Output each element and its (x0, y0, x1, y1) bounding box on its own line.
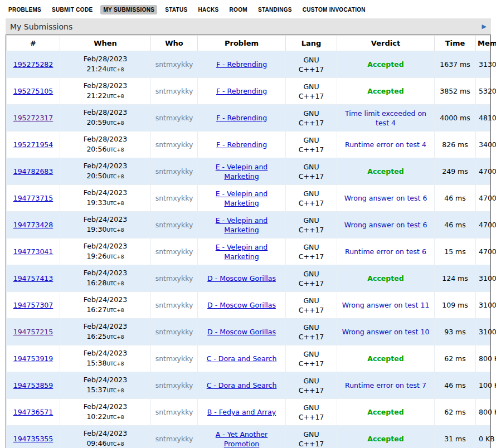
submission-time: 16:28 (86, 279, 106, 287)
submission-author: sntmxykky (155, 140, 193, 149)
nav-item-hacks[interactable]: HACKS (196, 5, 222, 14)
verdict-text: Wrong answer on test 6 (344, 220, 427, 230)
memory-used: 3100 KB (476, 319, 490, 345)
memory-used: 4700 KB (476, 185, 490, 212)
submission-when-cell: Feb/24/2023 19:33UTC+8 (60, 185, 151, 212)
problem-cell: F - Rebrending (198, 51, 286, 78)
problem-link[interactable]: D - Moscow Gorillas (207, 327, 276, 337)
submission-author: sntmxykky (155, 435, 193, 443)
verdict-cell: Accepted (337, 399, 435, 426)
memory-used: 3100 KB (476, 265, 490, 292)
problem-link[interactable]: F - Rebrending (216, 113, 267, 123)
nav-item-standings[interactable]: STANDINGS (255, 5, 295, 14)
problem-link[interactable]: F - Rebrending (216, 86, 267, 96)
submissions-table: #WhenWhoProblemLangVerdictTimeMemory 195… (6, 35, 490, 448)
submission-lang: GNU C++17 (298, 430, 325, 448)
memory-used: 100 KB (476, 372, 490, 399)
memory-used: 4700 KB (476, 212, 490, 238)
execution-time: 826 ms (435, 132, 476, 158)
submission-timezone: UTC+8 (106, 67, 124, 72)
table-row: 195272317 Feb/28/2023 20:59UTC+8 sntmxyk… (7, 105, 490, 132)
table-row: 194773428 Feb/24/2023 19:30UTC+8 sntmxyk… (7, 212, 490, 238)
problem-link[interactable]: B - Fedya and Array (207, 407, 276, 417)
submission-author: sntmxykky (155, 274, 193, 283)
nav-item-status[interactable]: STATUS (162, 5, 190, 14)
nav-item-custom-invocation[interactable]: CUSTOM INVOCATION (300, 5, 368, 14)
language-cell: GNU C++17 (286, 212, 337, 238)
submission-timezone: UTC+8 (106, 254, 124, 260)
submission-link[interactable]: 195275282 (13, 60, 54, 69)
problem-link[interactable]: A - Yet Another Promotion (201, 430, 283, 448)
nav-item-problems[interactable]: PROBLEMS (6, 5, 44, 14)
problem-link[interactable]: E - Velepin and Marketing (201, 216, 283, 235)
problem-link[interactable]: E - Velepin and Marketing (201, 242, 283, 261)
verdict-cell: Wrong answer on test 6 (337, 212, 435, 238)
problem-link[interactable]: D - Moscow Gorillas (207, 274, 276, 283)
submission-timezone: UTC+8 (106, 441, 124, 447)
submission-link[interactable]: 194773428 (13, 221, 54, 229)
problem-link[interactable]: C - Dora and Search (207, 381, 277, 390)
submission-link[interactable]: 194757307 (13, 301, 54, 309)
problem-cell: E - Velepin and Marketing (198, 238, 286, 265)
memory-used: 53200 KB (476, 78, 490, 105)
page-title: My Submissions (10, 22, 72, 31)
submission-lang: GNU C++17 (298, 242, 325, 261)
problem-cell: F - Rebrending (198, 78, 286, 105)
nav-item-submit-code[interactable]: SUBMIT CODE (49, 5, 95, 14)
problem-link[interactable]: E - Velepin and Marketing (201, 162, 283, 181)
submission-author: sntmxykky (155, 194, 193, 202)
submission-author-cell: sntmxykky (151, 426, 198, 448)
verdict-text: Runtime error on test 4 (345, 140, 426, 149)
submission-when-cell: Feb/24/2023 16:28UTC+8 (60, 265, 151, 292)
problem-link[interactable]: F - Rebrending (216, 60, 267, 69)
expand-arrow-icon[interactable]: ▶ (482, 23, 487, 30)
column-header-when: When (60, 36, 151, 51)
submission-lang: GNU C++17 (298, 109, 325, 128)
submission-link[interactable]: 195272317 (13, 114, 54, 122)
submission-link[interactable]: 194753919 (13, 354, 54, 363)
language-cell: GNU C++17 (286, 238, 337, 265)
submission-link[interactable]: 194773715 (13, 194, 54, 202)
submission-date: Feb/24/2023 (63, 428, 148, 439)
submission-link[interactable]: 194773041 (13, 247, 54, 256)
submission-timezone: UTC+8 (106, 94, 124, 99)
submission-lang: GNU C++17 (298, 376, 325, 395)
submission-date: Feb/24/2023 (63, 241, 148, 251)
submission-link[interactable]: 194757215 (13, 328, 54, 336)
submission-author-cell: sntmxykky (151, 345, 198, 372)
problem-link[interactable]: D - Moscow Gorillas (207, 300, 276, 310)
submission-link[interactable]: 195271954 (13, 140, 54, 149)
submission-author-cell: sntmxykky (151, 51, 198, 78)
submission-author-cell: sntmxykky (151, 372, 198, 399)
verdict-text: Accepted (367, 86, 403, 96)
submission-when-cell: Feb/24/2023 20:50UTC+8 (60, 158, 151, 185)
submission-date: Feb/28/2023 (63, 81, 148, 91)
submission-timezone: UTC+8 (106, 415, 124, 420)
problem-cell: F - Rebrending (198, 132, 286, 158)
submission-when-cell: Feb/28/2023 21:22UTC+8 (60, 78, 151, 105)
nav-item-room[interactable]: ROOM (227, 5, 250, 14)
submission-when-cell: Feb/24/2023 15:37UTC+8 (60, 372, 151, 399)
submission-link[interactable]: 194753859 (13, 381, 54, 389)
submission-time: 20:50 (86, 172, 106, 180)
submission-link[interactable]: 194757413 (13, 274, 54, 283)
submission-when-cell: Feb/28/2023 20:56UTC+8 (60, 132, 151, 158)
submission-link[interactable]: 194782683 (13, 167, 54, 176)
language-cell: GNU C++17 (286, 426, 337, 448)
submission-link[interactable]: 194735355 (13, 435, 54, 443)
problem-link[interactable]: E - Velepin and Marketing (201, 189, 283, 208)
execution-time: 4000 ms (435, 105, 476, 132)
submission-date: Feb/24/2023 (63, 348, 148, 358)
submission-link[interactable]: 194736571 (13, 408, 54, 416)
submission-author: sntmxykky (155, 247, 193, 256)
table-row: 194757215 Feb/24/2023 16:25UTC+8 sntmxyk… (7, 319, 490, 345)
submission-link[interactable]: 195275105 (13, 87, 54, 95)
verdict-text: Accepted (367, 354, 403, 363)
verdict-text: Accepted (367, 434, 403, 444)
verdict-text: Runtime error on test 7 (345, 381, 426, 390)
submission-date: Feb/28/2023 (63, 108, 148, 118)
problem-link[interactable]: F - Rebrending (216, 140, 267, 149)
nav-item-my-submissions[interactable]: MY SUBMISSIONS (100, 5, 157, 14)
submission-id-cell: 194735355 (7, 426, 60, 448)
problem-link[interactable]: C - Dora and Search (207, 354, 277, 363)
